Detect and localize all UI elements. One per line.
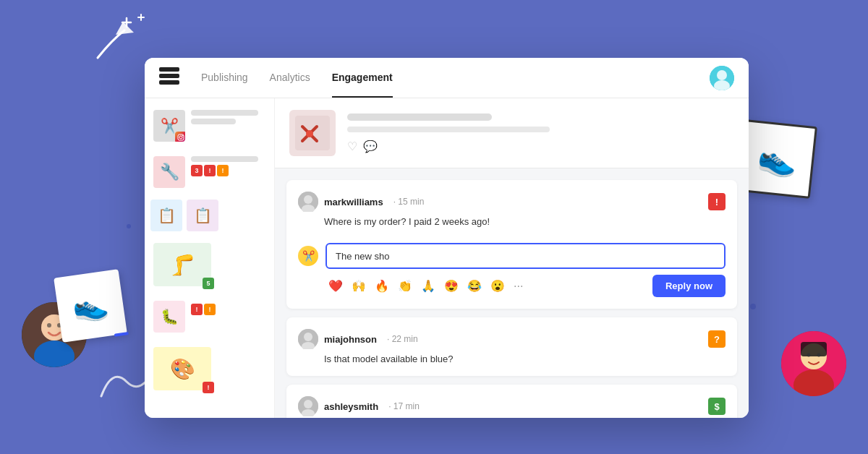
svg-point-23 bbox=[179, 136, 182, 139]
svg-point-9 bbox=[41, 314, 67, 340]
tab-engagement[interactable]: Engagement bbox=[332, 59, 393, 98]
emoji-heart-eyes[interactable]: 😍 bbox=[441, 276, 461, 296]
notification-badges: 3 ! ! bbox=[191, 165, 265, 176]
emoji-heart[interactable]: ❤️ bbox=[326, 276, 346, 296]
product-card-right: 👟 bbox=[738, 119, 817, 199]
reply-actions-row: ❤️ 🙌 🔥 👏 🙏 😍 😂 😮 ··· Reply now bbox=[326, 275, 726, 297]
instagram-badge bbox=[175, 132, 185, 142]
svg-point-10 bbox=[781, 331, 846, 396]
comment-header-2: miajohnson · 22 min ? bbox=[298, 329, 726, 349]
comment-avatar-2 bbox=[298, 329, 318, 349]
person-left-avatar bbox=[22, 302, 87, 367]
badge-alert: ! bbox=[204, 165, 216, 176]
comment-time-1: · 15 min bbox=[393, 197, 425, 207]
badge-r: ! bbox=[191, 304, 203, 315]
svg-point-20 bbox=[717, 70, 727, 80]
post-subtitle-placeholder bbox=[347, 127, 550, 132]
svg-point-11 bbox=[801, 343, 827, 369]
sidebar-thumb-7: 🎨 ! bbox=[153, 347, 211, 390]
app-logo bbox=[159, 67, 179, 89]
list-item[interactable]: 🎨 ! bbox=[150, 344, 268, 393]
thumb-row: 📋 📋 bbox=[150, 200, 268, 231]
badge-warn: ! bbox=[217, 165, 229, 176]
svg-point-14 bbox=[807, 354, 811, 357]
comments-section: markwilliams · 15 min ! Where is my orde… bbox=[275, 168, 749, 418]
app-window: Publishing Analytics Engagement ✂️ bbox=[145, 58, 749, 418]
comment-username-1: markwilliams bbox=[324, 197, 383, 207]
comment-text-1: Where is my order? I paid 2 weeks ago! bbox=[324, 216, 726, 227]
more-emojis-button[interactable]: ··· bbox=[511, 277, 526, 296]
comment-avatar-1 bbox=[298, 192, 318, 212]
svg-point-6 bbox=[34, 340, 75, 367]
list-item[interactable]: 🦵 5 bbox=[150, 240, 268, 289]
sidebar-thumb-1: ✂️ bbox=[153, 110, 185, 142]
comment-user-info-2: miajohnson · 22 min bbox=[298, 329, 418, 349]
svg-rect-18 bbox=[159, 80, 179, 85]
count-badge-2: ! bbox=[203, 382, 214, 393]
reply-avatar-1: ✂️ bbox=[298, 246, 318, 266]
comment-user-info-1: markwilliams · 15 min bbox=[298, 192, 424, 212]
svg-point-30 bbox=[304, 195, 312, 204]
comment-header-3: ashleysmith · 17 min $ bbox=[298, 396, 726, 416]
sidebar-thumb-2: 🔧 bbox=[153, 156, 185, 188]
person-right-avatar bbox=[781, 331, 846, 396]
sidebar-thumb-6: 🐛 bbox=[153, 301, 185, 333]
comment-header-1: markwilliams · 15 min ! bbox=[298, 192, 726, 212]
reply-input-1[interactable] bbox=[326, 243, 726, 269]
svg-point-8 bbox=[57, 323, 61, 327]
comment-icon: 💬 bbox=[363, 140, 378, 153]
emoji-laugh[interactable]: 😂 bbox=[464, 276, 485, 296]
list-item[interactable]: 🔧 3 ! ! bbox=[150, 153, 268, 191]
sidebar-thumb-3: 📋 bbox=[150, 200, 182, 231]
list-item[interactable]: 🐛 ! ! bbox=[150, 298, 268, 335]
svg-point-28 bbox=[306, 130, 313, 137]
svg-rect-16 bbox=[159, 67, 179, 72]
comment-card-2: miajohnson · 22 min ? Is that model avai… bbox=[286, 317, 737, 376]
svg-rect-12 bbox=[801, 342, 827, 356]
svg-point-4 bbox=[22, 302, 87, 367]
right-content: ♡ 💬 bbox=[275, 98, 749, 418]
emoji-fire[interactable]: 🔥 bbox=[372, 276, 392, 296]
sidebar-line bbox=[191, 119, 236, 124]
emoji-pray[interactable]: 🙏 bbox=[418, 276, 438, 296]
count-badge: 5 bbox=[203, 278, 214, 289]
comment-username-2: miajohnson bbox=[324, 334, 377, 345]
product-card-left: 👟 bbox=[54, 269, 127, 343]
sidebar-meta-4: ! ! bbox=[191, 301, 265, 333]
badge-o: ! bbox=[204, 304, 216, 315]
comment-tag-3: $ bbox=[708, 398, 726, 415]
svg-point-15 bbox=[817, 354, 821, 357]
comment-card-3: ashleysmith · 17 min $ They are so nice.… bbox=[286, 385, 737, 418]
sidebar-thumb-4: 📋 bbox=[187, 200, 218, 231]
svg-point-7 bbox=[47, 323, 51, 327]
emoji-clap[interactable]: 👏 bbox=[395, 276, 415, 296]
top-nav: Publishing Analytics Engagement bbox=[145, 58, 749, 98]
sidebar-meta bbox=[191, 110, 265, 142]
comment-user-info-3: ashleysmith · 17 min bbox=[298, 396, 420, 416]
comment-time-3: · 17 min bbox=[388, 401, 420, 411]
badge-count: 3 bbox=[191, 165, 203, 176]
emoji-wow[interactable]: 😮 bbox=[488, 276, 508, 296]
svg-point-13 bbox=[793, 369, 834, 396]
tab-analytics[interactable]: Analytics bbox=[270, 59, 310, 98]
nav-tabs: Publishing Analytics Engagement bbox=[201, 59, 710, 98]
list-item[interactable]: ✂️ bbox=[150, 107, 268, 145]
emoji-raised-hands[interactable]: 🙌 bbox=[349, 276, 369, 296]
comment-text-2: Is that model available in blue? bbox=[324, 354, 726, 364]
post-title-placeholder bbox=[347, 113, 492, 121]
heart-icon: ♡ bbox=[347, 140, 357, 153]
main-content: ✂️ 🔧 bbox=[145, 98, 749, 418]
sidebar-meta-2: 3 ! ! bbox=[191, 156, 265, 188]
comment-username-3: ashleysmith bbox=[324, 401, 378, 412]
comment-card-1: markwilliams · 15 min ! Where is my orde… bbox=[286, 180, 737, 309]
svg-point-24 bbox=[182, 135, 184, 137]
notification-badges-2: ! ! bbox=[191, 304, 265, 315]
svg-point-33 bbox=[304, 333, 312, 341]
comment-tag-2: ? bbox=[708, 330, 726, 348]
user-avatar[interactable] bbox=[710, 66, 734, 90]
reply-now-button[interactable]: Reply now bbox=[652, 275, 726, 297]
svg-point-5 bbox=[41, 314, 67, 340]
post-image bbox=[289, 110, 336, 156]
comment-tag-1: ! bbox=[708, 193, 726, 210]
tab-publishing[interactable]: Publishing bbox=[201, 59, 248, 98]
